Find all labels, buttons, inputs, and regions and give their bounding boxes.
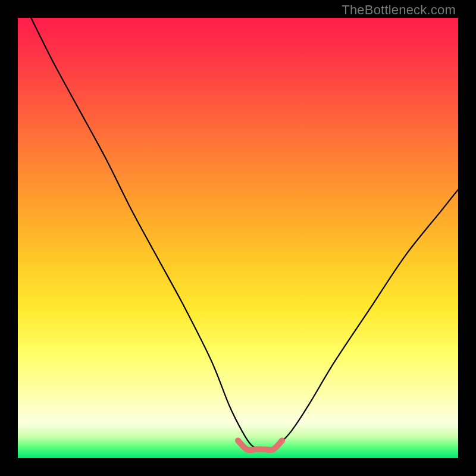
plot-area — [18, 18, 458, 458]
bottleneck-curve — [31, 18, 458, 450]
chart-frame: TheBottleneck.com — [0, 0, 476, 476]
watermark-label: TheBottleneck.com — [342, 2, 456, 18]
min-highlight — [238, 440, 282, 450]
curve-layer — [18, 18, 458, 458]
